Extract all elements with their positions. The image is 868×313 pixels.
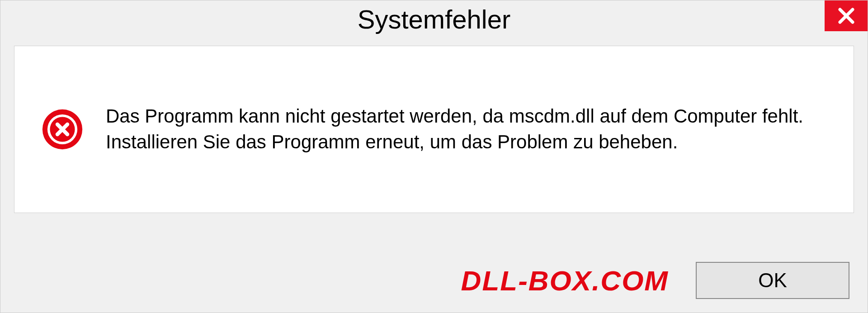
dialog-footer: DLL-BOX.COM OK [0,262,868,299]
message-panel: Das Programm kann nicht gestartet werden… [14,46,854,213]
error-dialog: Systemfehler Das Programm kann nicht ges… [0,0,868,313]
error-message: Das Programm kann nicht gestartet werden… [106,104,826,155]
ok-button[interactable]: OK [696,262,849,299]
error-icon [42,109,83,150]
titlebar: Systemfehler [0,0,868,41]
close-icon [837,6,856,25]
close-button[interactable] [825,0,868,31]
dialog-title: Systemfehler [358,4,510,34]
watermark-text: DLL-BOX.COM [461,265,669,297]
